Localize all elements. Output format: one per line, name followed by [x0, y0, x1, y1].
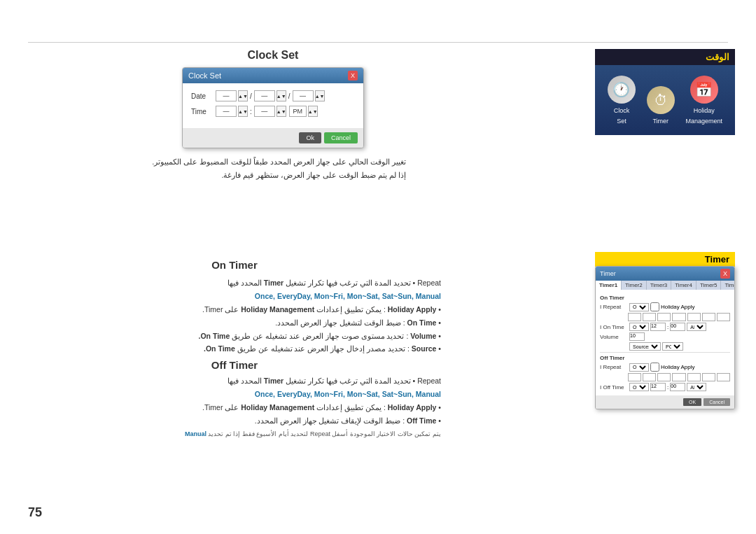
on-volume-value[interactable]: 10: [629, 332, 645, 341]
date-box-5[interactable]: [687, 313, 701, 321]
on-time-src: On Time.: [204, 344, 235, 353]
on-timer-bullet-2: Once, EveryDay, Mon~Fri, Mon~Sat, Sat~Su…: [28, 290, 441, 303]
clock-close-button[interactable]: X: [348, 71, 358, 80]
clock-date-month[interactable]: —: [216, 90, 237, 101]
on-timer-bullet-5: • Volume : تحديد مستوى صوت جهاز العرض عن…: [28, 330, 441, 343]
clock-time-min-spinner[interactable]: ▲▼: [276, 106, 286, 117]
off-timer-bullet-2: Once, EveryDay, Mon~Fri, Mon~Sat, Sat~Su…: [28, 388, 441, 401]
clock-date-year[interactable]: —: [293, 90, 314, 101]
clock-ampm[interactable]: PM: [289, 106, 307, 117]
on-source-select[interactable]: Sources: [629, 342, 661, 351]
on-time-min[interactable]: 00: [670, 323, 685, 331]
on-repeat-select[interactable]: Once: [629, 303, 649, 311]
icon-panel: 🕐 Clock Set ⏱ Timer 📅 Holiday Management: [595, 65, 735, 135]
timer-dialog-footer: OK Cancel: [596, 395, 734, 409]
volume-ar: : تحديد مستوى صوت جهاز العرض عند تشغيله …: [230, 332, 408, 340]
clock-time-label: Time: [191, 108, 216, 115]
clock-ampm-spinner[interactable]: ▲▼: [308, 106, 318, 117]
clock-time-hour[interactable]: —: [216, 106, 237, 117]
on-timer-dialog-label: On Timer: [600, 295, 730, 301]
volume-suffix: •: [436, 332, 441, 340]
clock-arabic-line-1: تغيير الوقت الحالي على جهاز العرض المحدد…: [140, 155, 406, 169]
date-box-6[interactable]: [702, 313, 715, 321]
off-date-box-3[interactable]: [657, 373, 671, 381]
date-box-1[interactable]: [628, 313, 641, 321]
on-date-checkboxes: [600, 313, 730, 321]
timer-cancel-button[interactable]: Cancel: [704, 398, 730, 406]
timer-ok-button[interactable]: OK: [683, 398, 701, 406]
off-timer-bullet-1: Repeat • تحديد المدة التي ترغب فيها تكرا…: [28, 374, 441, 388]
top-border: [28, 42, 728, 43]
clock-date-day[interactable]: —: [254, 90, 275, 101]
date-box-2[interactable]: [643, 313, 656, 321]
off-timer-bullet-3: • Holiday Apply : يمكن تطبيق إعدادات Hol…: [28, 401, 441, 414]
clock-cancel-button[interactable]: Cancel: [324, 132, 358, 143]
on-repeat-row: I Repeat Once Holiday Apply: [600, 302, 730, 311]
clock-set-icon-label-line2: Set: [617, 118, 626, 125]
off-time-row: I Off Time Off 12 : 00 AM: [600, 383, 730, 391]
holiday-icon: 📅: [690, 76, 718, 104]
on-time-hour[interactable]: 12: [650, 323, 666, 331]
off-time-bold: Off Time: [407, 416, 436, 425]
off-date-box-5[interactable]: [687, 373, 701, 381]
clock-set-section: Clock Set Clock Set X Date — ▲▼ / — ▲▼ /…: [140, 49, 406, 181]
clock-ok-button[interactable]: Ok: [299, 132, 321, 143]
off-date-box-6[interactable]: [702, 373, 715, 381]
clock-time-hour-spinner[interactable]: ▲▼: [238, 106, 248, 117]
holiday-apply-checkbox[interactable]: [650, 302, 659, 311]
off-date-box-4[interactable]: [672, 373, 685, 381]
clock-set-icon-item[interactable]: 🕐 Clock Set: [608, 76, 636, 125]
clock-time-min[interactable]: —: [254, 106, 275, 117]
off-date-box-2[interactable]: [643, 373, 656, 381]
timer-tab-1[interactable]: Timer1: [596, 281, 622, 290]
on-source-pc-select[interactable]: PC: [662, 342, 683, 351]
timer-close-button[interactable]: X: [720, 269, 730, 279]
off-date-box-1[interactable]: [628, 373, 641, 381]
off-repeat-select[interactable]: Once: [629, 363, 649, 372]
bottom-note-text: يتم تمكين حالات الاختيار الموجودة أسفل R…: [206, 430, 441, 437]
on-timer-area: On Timer Repeat • تحديد المدة التي ترغب …: [28, 259, 441, 437]
off-time-off-select[interactable]: Off: [629, 383, 649, 391]
clock-separator-2: /: [288, 92, 290, 100]
on-time-off-select[interactable]: Off: [629, 323, 649, 331]
holiday-icon-item[interactable]: 📅 Holiday Management: [686, 76, 723, 125]
holiday-mgmt: Holiday Management: [241, 305, 314, 314]
off-holiday-mgmt: Holiday Management: [241, 403, 314, 412]
on-timer-title: On Timer: [28, 259, 441, 271]
off-holiday-checkbox[interactable]: [650, 363, 659, 372]
on-volume-label: Volume: [600, 334, 628, 340]
off-time-hour[interactable]: 12: [650, 383, 666, 391]
timer-icon-item[interactable]: ⏱ Timer: [647, 86, 675, 125]
holiday-ar: : يمكن تطبيق إعدادات: [314, 305, 386, 314]
timer-tabs: Timer1 Timer2 Timer3 Timer4 Timer5 Timer…: [596, 281, 734, 290]
source-bold: Source: [412, 344, 437, 353]
off-timer-bullet-4: • Off Time : ضبط الوقت لإيقاف تشغيل جهاز…: [28, 414, 441, 428]
clock-separator-1: /: [250, 92, 252, 100]
clock-colon: :: [250, 108, 252, 115]
clock-date-year-spinner[interactable]: ▲▼: [315, 90, 325, 101]
off-time-ampm[interactable]: AM: [687, 383, 706, 391]
on-timer-bullet-6: • Source : تحديد مصدر إدخال جهاز العرض ع…: [28, 342, 441, 356]
timer-tab-6[interactable]: Timer6: [721, 281, 735, 290]
holiday-label-line1: Holiday: [694, 107, 715, 114]
date-box-3[interactable]: [657, 313, 671, 321]
off-time-min[interactable]: 00: [670, 383, 685, 391]
on-time-row-label: I On Time: [600, 324, 628, 330]
clock-set-icon: 🕐: [608, 76, 636, 104]
right-panel-title: الوقت: [595, 49, 735, 65]
right-panel: الوقت 🕐 Clock Set ⏱ Timer 📅 Holiday Mana…: [595, 49, 735, 135]
timer-tab-4[interactable]: Timer4: [671, 281, 696, 290]
date-box-4[interactable]: [672, 313, 685, 321]
clock-date-day-spinner[interactable]: ▲▼: [276, 90, 286, 101]
holiday-apply-bold: Holiday Apply: [388, 305, 437, 314]
timer-tab-3[interactable]: Timer3: [647, 281, 672, 290]
clock-dialog-titlebar: Clock Set X: [183, 68, 363, 83]
timer-tab-5[interactable]: Timer5: [696, 281, 722, 290]
bottom-note: يتم تمكين حالات الاختيار الموجودة أسفل R…: [28, 430, 441, 437]
date-box-7[interactable]: [717, 313, 730, 321]
on-time-ampm[interactable]: AM: [687, 323, 706, 331]
clock-date-month-spinner[interactable]: ▲▼: [238, 90, 248, 101]
off-date-box-7[interactable]: [717, 373, 730, 381]
on-timer-bullet-4: • On Time : ضبط الوقت لتشغيل جهاز العرض …: [28, 316, 441, 330]
timer-tab-2[interactable]: Timer2: [622, 281, 647, 290]
